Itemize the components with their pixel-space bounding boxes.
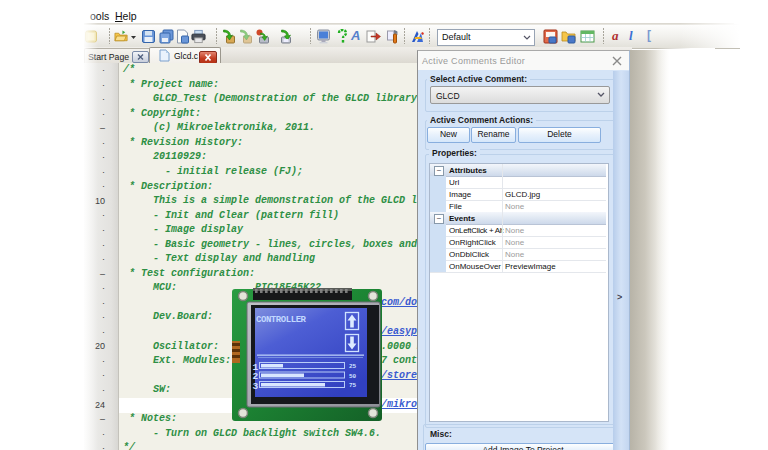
- svg-text:75: 75: [349, 382, 357, 389]
- svg-text:CONTROLLER: CONTROLLER: [256, 315, 307, 325]
- svg-text:3: 3: [253, 381, 259, 392]
- svg-text:50: 50: [349, 373, 357, 380]
- svg-text:25: 25: [349, 363, 357, 370]
